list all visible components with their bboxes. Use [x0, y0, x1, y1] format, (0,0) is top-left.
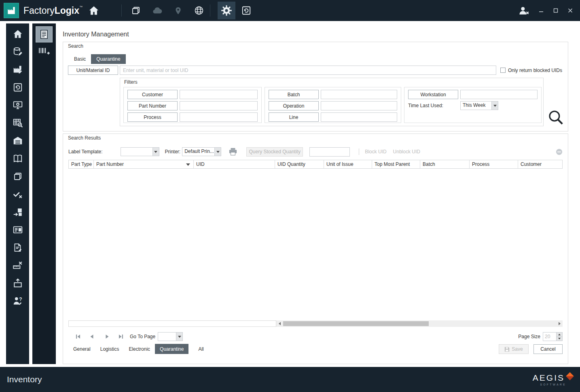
page-size-stepper: [557, 332, 563, 341]
sidebar-item-workstation[interactable]: [13, 100, 23, 110]
tab-quarantine-search[interactable]: Quarantine: [91, 54, 125, 64]
execute-search-button[interactable]: [548, 109, 564, 127]
chevron-down-icon[interactable]: [152, 148, 159, 156]
query-stocked-quantity-button[interactable]: Query Stocked Quantity: [246, 147, 303, 157]
svg-text:?: ?: [19, 297, 22, 302]
unit-material-id-button[interactable]: Unit/Material ID: [68, 66, 118, 75]
chevron-down-icon[interactable]: [176, 333, 182, 341]
sidebar-item-measure[interactable]: [13, 260, 23, 271]
next-page-button[interactable]: [104, 334, 110, 339]
receive-icon: [13, 207, 23, 217]
sort-desc-icon[interactable]: [186, 163, 190, 168]
sidebar-item-document-edit[interactable]: [13, 242, 23, 253]
scroll-left-button[interactable]: [276, 320, 282, 327]
chevron-down-icon[interactable]: [214, 148, 221, 156]
close-button[interactable]: [566, 6, 574, 15]
tab-logistics[interactable]: Logistics: [95, 344, 124, 354]
operation-filter-input[interactable]: [321, 101, 397, 110]
tab-electronic[interactable]: Electronic: [124, 344, 155, 354]
sidebar-item-documentation[interactable]: [13, 153, 23, 164]
cloud-button[interactable]: [150, 4, 164, 17]
print-button[interactable]: [229, 148, 237, 156]
tab-all[interactable]: All: [193, 344, 208, 354]
sidebar-item-inventory-search[interactable]: [13, 118, 23, 128]
home-icon: [88, 5, 99, 16]
module-item-barcode-add[interactable]: [37, 45, 51, 57]
time-last-used-dropdown[interactable]: This Week: [460, 101, 498, 110]
first-page-button[interactable]: [75, 334, 81, 339]
block-uid-button[interactable]: Block UID: [365, 149, 386, 155]
sidebar-item-history[interactable]: [13, 82, 23, 93]
location-button[interactable]: [171, 4, 185, 17]
module-item-inventory-management-selected[interactable]: [36, 26, 53, 42]
process-filter-button[interactable]: Process: [127, 112, 178, 122]
save-button[interactable]: Save: [499, 344, 529, 354]
stocked-quantity-input[interactable]: [309, 147, 350, 157]
column-header-top-most-parent[interactable]: Top Most Parent: [372, 160, 420, 168]
go-to-page-dropdown[interactable]: [158, 332, 183, 341]
column-header-uid-quantity[interactable]: UID Quantity: [275, 160, 324, 168]
line-filter-button[interactable]: Line: [269, 112, 319, 122]
scrollbar-thumb[interactable]: [283, 321, 429, 326]
pinned-scroll-area[interactable]: [68, 320, 276, 327]
maximize-button[interactable]: [552, 6, 560, 15]
only-blocked-checkbox-wrap[interactable]: Only return blocked UIDs: [500, 68, 562, 73]
sidebar-item-site-edit[interactable]: [13, 64, 23, 75]
sidebar-item-home[interactable]: [13, 29, 23, 39]
workstation-filter-button[interactable]: Workstation: [408, 90, 458, 99]
user-logout-button[interactable]: [517, 4, 531, 17]
sidebar-item-warehouse[interactable]: [13, 136, 23, 146]
column-header-customer[interactable]: Customer: [518, 160, 562, 168]
sidebar-item-ship[interactable]: [13, 278, 23, 288]
sidebar-item-id-card[interactable]: [13, 225, 23, 235]
last-page-button[interactable]: [118, 334, 124, 339]
tab-general[interactable]: General: [68, 344, 95, 354]
label-template-dropdown[interactable]: [121, 147, 159, 156]
column-header-batch[interactable]: Batch: [420, 160, 470, 168]
cancel-button[interactable]: Cancel: [533, 344, 563, 354]
stepper-up-button[interactable]: [557, 333, 562, 337]
prev-page-button[interactable]: [89, 334, 95, 339]
column-header-uid[interactable]: UID: [194, 160, 275, 168]
customer-filter-button[interactable]: Customer: [127, 90, 178, 99]
minimize-button[interactable]: [537, 6, 545, 15]
printer-dropdown[interactable]: Default Prin...: [182, 147, 221, 156]
workstation-filter-input[interactable]: [460, 90, 538, 99]
tab-quarantine[interactable]: Quarantine: [155, 344, 188, 354]
scrollbar-track[interactable]: [282, 320, 557, 327]
history-button[interactable]: [239, 4, 253, 17]
sidebar-item-verify[interactable]: [13, 189, 23, 199]
home-button[interactable]: [88, 5, 99, 16]
collapse-results-button[interactable]: [556, 148, 563, 155]
unblock-uid-button[interactable]: Unblock UID: [393, 149, 420, 155]
process-filter-input[interactable]: [180, 112, 258, 122]
workstation-icon: [13, 100, 23, 110]
results-table-body[interactable]: [68, 169, 563, 320]
layers-button[interactable]: [129, 4, 143, 17]
part-number-filter-button[interactable]: Part Number: [127, 101, 178, 110]
column-header-part-number[interactable]: Part Number: [94, 160, 194, 168]
line-filter-input[interactable]: [321, 112, 397, 122]
chevron-down-icon[interactable]: [491, 102, 498, 110]
column-header-unit-of-issue[interactable]: Unit of Issue: [324, 160, 372, 168]
operation-filter-button[interactable]: Operation: [269, 101, 319, 110]
column-header-process[interactable]: Process: [470, 160, 518, 168]
stepper-down-button[interactable]: [557, 337, 562, 341]
sidebar-item-templates[interactable]: [13, 171, 23, 182]
batch-filter-input[interactable]: [321, 90, 397, 99]
column-header-part-type[interactable]: Part Type: [69, 160, 94, 168]
sidebar-item-operator-help[interactable]: ?: [13, 296, 23, 306]
uid-search-input[interactable]: [120, 66, 496, 75]
settings-button-selected[interactable]: [218, 2, 235, 19]
part-number-filter-input[interactable]: [180, 101, 258, 110]
batch-filter-button[interactable]: Batch: [269, 90, 319, 99]
scroll-right-button[interactable]: [557, 320, 563, 327]
customer-filter-input[interactable]: [180, 90, 258, 99]
tab-basic[interactable]: Basic: [69, 54, 91, 64]
first-page-icon: [75, 334, 81, 339]
sidebar-item-receive[interactable]: [13, 207, 23, 217]
globe-button[interactable]: [192, 4, 206, 17]
only-blocked-checkbox[interactable]: [500, 68, 506, 73]
page-size-input[interactable]: [543, 332, 557, 341]
sidebar-item-data-edit[interactable]: [13, 47, 23, 57]
